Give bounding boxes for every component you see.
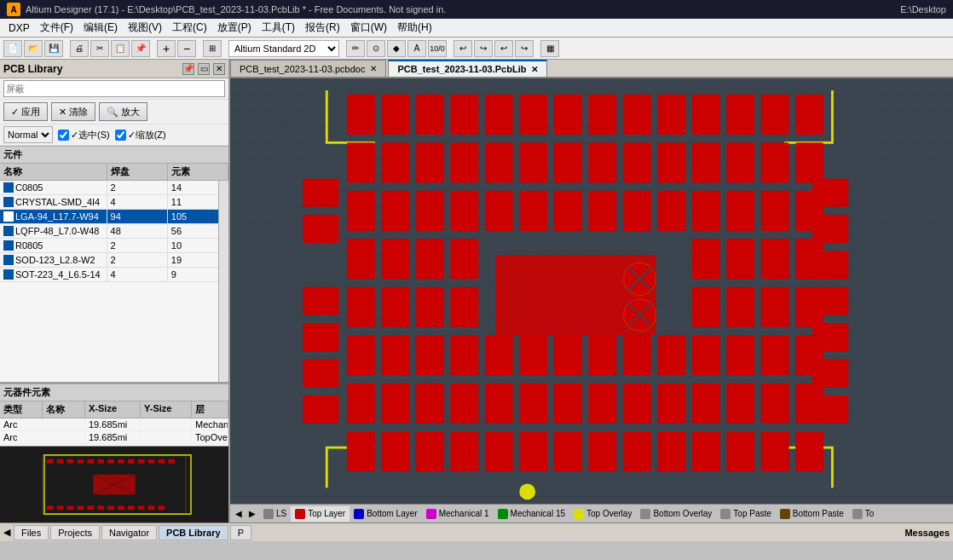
elem-row-1[interactable]: Arc 19.685mi TopOverla... [0,431,228,444]
tab-close-1[interactable]: ✕ [531,65,538,74]
paste-btn[interactable]: 📌 [131,40,150,57]
component-row-6[interactable]: SOT-223_4_L6.5-14 4 9 [0,268,228,282]
copy-btn[interactable]: 📋 [111,40,130,57]
messages-label: Messages [904,528,950,538]
component-row-3[interactable]: LQFP-48_L7.0-W48 48 56 [0,224,228,239]
component-pads: 48 [107,224,168,238]
tab-projects[interactable]: Projects [50,525,100,540]
panel-float-btn[interactable]: ▭ [198,63,210,75]
open-btn[interactable]: 📂 [24,40,43,57]
layer-scroll-left[interactable]: ◀ [232,509,245,518]
zoom-checkbox[interactable] [115,130,126,141]
tab-files[interactable]: Files [14,525,49,540]
menu-tools[interactable]: 工具(T) [257,19,300,37]
component-row-1[interactable]: CRYSTAL-SMD_4I4 4 11 [0,195,228,210]
undo-btn[interactable]: ↩ [453,40,472,57]
titlebar-path: E:\Desktop [900,4,946,14]
layer-top[interactable]: Top Layer [291,506,349,522]
redo-btn[interactable]: ↪ [474,40,493,57]
zoom-button[interactable]: 🔍 放大 [99,102,147,121]
component-row-4[interactable]: R0805 2 10 [0,239,228,253]
new-btn[interactable]: 📄 [3,40,22,57]
bottom-tab-left[interactable]: ◀ [3,527,10,538]
num-btn[interactable]: 10/0 [428,40,447,57]
layer-to[interactable]: To [848,506,879,522]
tab-pcblib[interactable]: PCB_test_2023-11-03.PcbLib ✕ [388,60,547,77]
svg-rect-146 [812,395,848,424]
tab-pcb-library[interactable]: PCB Library [159,525,228,540]
tab-p[interactable]: P [230,525,251,540]
svg-rect-21 [107,505,114,510]
filter-input[interactable] [3,80,225,97]
elem-col-ysize: Y-Size [141,401,192,418]
component-row-5[interactable]: SOD-123_L2.8-W2 2 19 [0,253,228,268]
normal-select[interactable]: Normal [3,126,53,143]
menu-report[interactable]: 报告(R) [300,19,345,37]
elem-row-0[interactable]: Arc 19.685mi Mechanica... [0,419,228,431]
tab-navigator[interactable]: Navigator [101,525,157,540]
zoom-out-btn[interactable]: − [177,40,196,57]
svg-rect-71 [485,191,513,231]
svg-rect-144 [812,323,848,351]
layer-bottom-paste[interactable]: Bottom Paste [776,506,848,522]
svg-rect-95 [692,287,720,327]
menu-place[interactable]: 放置(P) [212,19,257,37]
tab-pcbdoc[interactable]: PCB_test_2023-11-03.pcbdoc ✕ [230,60,386,77]
svg-rect-72 [519,191,547,231]
svg-rect-8 [107,459,114,464]
elem-layer: TopOverla... [192,431,228,443]
canvas-area: PCB_test_2023-11-03.pcbdoc ✕ PCB_test_20… [230,60,953,522]
layer-mech1[interactable]: Mechanical 1 [422,506,494,522]
menu-dxp[interactable]: DXP [3,20,35,36]
view-select[interactable]: Altium Standard 2D [228,40,339,57]
redo2-btn[interactable]: ↪ [515,40,534,57]
svg-rect-44 [692,95,720,135]
svg-rect-19 [87,505,94,510]
menu-file[interactable]: 文件(F) [35,19,78,37]
save-btn[interactable]: 💾 [44,40,63,57]
grid-btn[interactable]: ⊞ [203,40,222,57]
circle-btn[interactable]: ⊙ [367,40,385,57]
select-checkbox[interactable] [58,130,69,141]
svg-rect-53 [519,142,547,182]
layer-scroll-right[interactable]: ▶ [245,509,259,518]
menu-edit[interactable]: 编辑(E) [78,19,123,37]
layer-mech15[interactable]: Mechanical 15 [494,506,569,522]
pen-btn[interactable]: ✏ [346,40,365,57]
layer-top-paste[interactable]: Top Paste [716,506,775,522]
svg-rect-86 [795,239,823,279]
print-btn[interactable]: 🖨 [70,40,89,57]
menu-help[interactable]: 帮助(H) [392,19,437,37]
panel-close-btn[interactable]: ✕ [213,63,225,75]
svg-rect-120 [623,384,651,424]
pcb-canvas[interactable] [230,78,953,504]
zoom-in-btn[interactable]: + [157,40,176,57]
menu-project[interactable]: 工程(C) [167,19,212,37]
layer-bottom-overlay[interactable]: Bottom Overlay [636,506,716,522]
component-icon [3,182,14,193]
panel-pin-btn[interactable]: 📌 [182,63,194,75]
grid2-btn[interactable]: ▦ [540,40,559,57]
pcb-library-panel: PCB Library 📌 ▭ ✕ ✓ 应用 ✕ 清除 🔍 放大 Normal … [0,60,230,522]
clear-button[interactable]: ✕ 清除 [51,102,95,121]
svg-rect-139 [795,431,823,471]
undo2-btn[interactable]: ↩ [494,40,513,57]
menu-view[interactable]: 视图(V) [123,19,167,37]
apply-button[interactable]: ✓ 应用 [3,102,48,121]
svg-rect-12 [148,459,155,464]
layer-ls[interactable]: LS [259,506,291,522]
layer-top-overlay[interactable]: Top Overlay [569,506,636,522]
svg-rect-68 [381,191,409,231]
elem-table-body: Arc 19.685mi Mechanica... Arc 19.685mi T… [0,419,228,446]
layer-bottom[interactable]: Bottom Layer [349,506,421,522]
text-btn[interactable]: A [407,40,426,57]
component-row-0[interactable]: C0805 2 14 [0,181,228,195]
tab-close-0[interactable]: ✕ [370,64,377,73]
component-row-2[interactable]: LGA-94_L17.7-W94 94 105 [0,210,228,224]
svg-rect-123 [726,384,754,424]
cut-btn[interactable]: ✂ [90,40,109,57]
menu-window[interactable]: 窗口(W) [345,19,392,37]
diamond-btn[interactable]: ◆ [387,40,406,57]
elem-col-name: 名称 [43,401,85,418]
svg-rect-88 [726,239,754,279]
